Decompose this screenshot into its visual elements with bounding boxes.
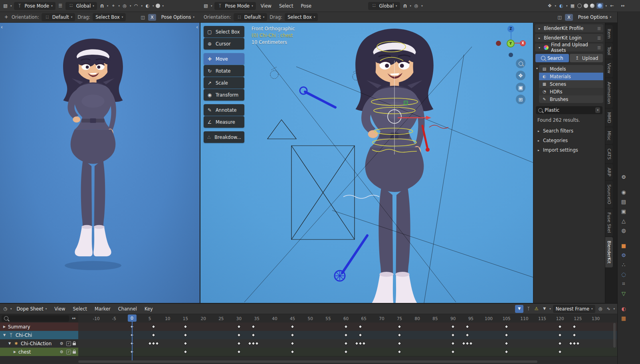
modifier-wrench-icon[interactable]: ⚙ bbox=[59, 349, 65, 355]
viewport-left[interactable]: ‹ ‹ bbox=[0, 23, 200, 303]
sidebar-tab-blenderkit[interactable]: BlenderKit bbox=[605, 237, 613, 267]
sidebar-tab-cats[interactable]: CATS bbox=[605, 145, 613, 163]
upload-tab-button[interactable]: ↥ Upload bbox=[570, 54, 603, 62]
tool-cursor[interactable]: ⊕Cursor bbox=[204, 38, 244, 49]
blenderkit-profile-panel[interactable]: ▸ BlenderKit Profile ☰ bbox=[535, 24, 603, 32]
expand-arrow-icon[interactable]: ▶ bbox=[13, 350, 17, 354]
sidebar-tab-misc[interactable]: Misc bbox=[605, 127, 613, 144]
sidebar-tab-animation[interactable]: Animation bbox=[605, 78, 613, 108]
xray-icon[interactable]: ▦ bbox=[569, 3, 575, 9]
chevron-down-icon[interactable]: ▾ bbox=[107, 4, 109, 8]
shading-solid-icon[interactable] bbox=[584, 4, 588, 8]
tool-measure[interactable]: ∠Measure bbox=[204, 116, 244, 128]
collapse-header-arrow-icon[interactable]: ← bbox=[609, 3, 615, 9]
properties-tab-physics[interactable]: ◌ bbox=[619, 270, 628, 279]
modifier-wrench-icon[interactable]: ⚙ bbox=[59, 340, 65, 347]
properties-tab-world[interactable]: ◍ bbox=[619, 226, 628, 235]
shading-rendered-active[interactable] bbox=[596, 3, 603, 9]
overlays-icon[interactable]: ◐ bbox=[145, 3, 151, 9]
properties-tab-constraints[interactable]: ⌗ bbox=[619, 279, 628, 288]
editor-type-icon[interactable]: ▧ bbox=[2, 3, 8, 9]
shading-material-icon[interactable] bbox=[590, 4, 594, 8]
channel-row-chi-chiaction[interactable]: ▼✱Chi-ChiAction⚙✓ bbox=[0, 339, 78, 348]
editor-type-icon[interactable]: ▧ bbox=[203, 3, 209, 9]
mode-dropdown[interactable]: ᛉ Pose Mode ▾ bbox=[214, 2, 256, 10]
chevron-down-icon[interactable]: ▾ bbox=[153, 4, 154, 8]
show-gizmo-icon[interactable]: ✥ bbox=[547, 3, 553, 9]
channel-lock-icon[interactable] bbox=[73, 343, 76, 345]
tool-select-box[interactable]: ▢Select Box bbox=[204, 26, 244, 38]
drag-dropdown[interactable]: Select Box ▾ bbox=[93, 13, 126, 21]
transform-pivot-icon[interactable]: ✛ bbox=[3, 14, 9, 20]
gizmo-neg-x-axis[interactable] bbox=[496, 41, 501, 46]
asset-type-brushes[interactable]: ✎Brushes bbox=[539, 95, 603, 103]
shading-wireframe-icon[interactable] bbox=[577, 4, 582, 8]
chevron-down-icon[interactable]: ▾ bbox=[566, 4, 568, 8]
camera-view-button[interactable]: ▣ bbox=[516, 83, 525, 92]
properties-tab-material[interactable]: ◐ bbox=[619, 304, 628, 313]
chevron-down-icon[interactable]: ▾ bbox=[162, 4, 164, 8]
pose-options-dropdown[interactable]: Pose Options ▾ bbox=[575, 13, 614, 21]
pan-hand-button[interactable]: ✥ bbox=[516, 71, 525, 80]
tool-breakdow-[interactable]: ∴Breakdow... bbox=[204, 131, 244, 143]
properties-tab-texture[interactable]: ▦ bbox=[619, 314, 628, 322]
sidebar-tab-arp[interactable]: ARP bbox=[605, 164, 613, 180]
chevron-down-icon[interactable]: ▾ bbox=[118, 4, 120, 8]
properties-tab-object[interactable]: ■ bbox=[619, 241, 628, 250]
drag-dropdown[interactable]: Select Box ▾ bbox=[285, 13, 318, 21]
gizmo-y-axis[interactable]: Y bbox=[507, 40, 515, 47]
mirror-icon[interactable]: ◫ bbox=[557, 14, 563, 20]
collapse-arrow-icon[interactable]: ▼ bbox=[2, 333, 6, 337]
horizontal-scrollbar[interactable] bbox=[78, 360, 537, 363]
sidebar-tab-view[interactable]: View bbox=[605, 59, 613, 77]
resize-editor-icon[interactable]: ↔ bbox=[620, 3, 626, 9]
mirror-x-toggle[interactable]: X bbox=[148, 14, 156, 21]
tool-transform[interactable]: ◉Transform bbox=[204, 89, 244, 101]
panel-grip-icon[interactable]: ☰ bbox=[597, 36, 601, 40]
properties-tab-data[interactable]: ▽ bbox=[619, 289, 628, 298]
tool-annotate[interactable]: ✎Annotate bbox=[204, 104, 244, 116]
asset-type-models[interactable]: ▤Models bbox=[539, 65, 603, 73]
chevron-down-icon[interactable]: ▾ bbox=[555, 4, 556, 8]
orientation-dropdown[interactable]: ⛶ Global ▾ bbox=[65, 2, 97, 10]
current-frame-badge[interactable]: 0 bbox=[128, 315, 137, 322]
sidebar-tab-sourceio[interactable]: SourceIO bbox=[605, 181, 613, 208]
find-upload-assets-panel[interactable]: ▾ Find and Upload Assets ☰ bbox=[535, 44, 603, 51]
snap-target-icon[interactable]: ⌖ bbox=[110, 3, 116, 9]
current-frame-line[interactable] bbox=[132, 322, 133, 360]
sidebar-tab-fuse-skel[interactable]: Fuse Skel bbox=[605, 209, 613, 236]
orientation-dropdown[interactable]: ⛶ Global ▾ bbox=[368, 2, 400, 10]
mirror-x-toggle[interactable]: X bbox=[565, 14, 573, 21]
asset-search-input[interactable] bbox=[545, 107, 593, 113]
zoom-button[interactable] bbox=[516, 59, 525, 68]
shading-solid-icon[interactable] bbox=[156, 4, 160, 8]
snap-magnet-icon[interactable]: U bbox=[99, 3, 105, 9]
search-tab-button[interactable]: Search bbox=[535, 54, 569, 62]
viewport-right[interactable]: Front Orthographic (0) Chi-Chi : chest 1… bbox=[200, 23, 605, 303]
pose-options-dropdown[interactable]: Pose Options ▾ bbox=[159, 13, 197, 21]
vertical-scrollbar[interactable] bbox=[613, 323, 616, 348]
channel-lock-icon[interactable] bbox=[73, 351, 76, 354]
expand-arrow-icon[interactable]: ▶ bbox=[2, 325, 6, 328]
properties-tab-output[interactable]: ▤ bbox=[619, 197, 628, 206]
properties-tab-scene[interactable]: △ bbox=[619, 216, 628, 225]
tool-scale[interactable]: ↗Scale bbox=[204, 77, 244, 89]
channel-row-summary[interactable]: ▶Summary bbox=[0, 322, 78, 331]
gizmo-z-axis[interactable]: Z bbox=[507, 26, 514, 32]
search-options-icon[interactable]: ▾ bbox=[595, 107, 600, 113]
chevron-down-icon[interactable]: ▾ bbox=[605, 4, 607, 8]
asset-type-scenes[interactable]: ▦Scenes bbox=[539, 80, 603, 88]
collapse-arrow-icon[interactable]: ▼ bbox=[8, 342, 12, 345]
sidebar-tab-mmd[interactable]: MMD bbox=[605, 109, 613, 127]
asset-type-expand-icon[interactable]: ▾ bbox=[535, 67, 539, 70]
proportional-editing-icon[interactable]: ◎ bbox=[413, 3, 419, 9]
tool-rotate[interactable]: ↻Rotate bbox=[204, 65, 244, 77]
orientation-default-dropdown[interactable]: ⛶ Default ▾ bbox=[42, 13, 75, 21]
channel-row-chi-chi[interactable]: ▼ᛉChi-Chi bbox=[0, 331, 78, 339]
chevron-down-icon[interactable]: ▾ bbox=[130, 4, 131, 8]
menu-view[interactable]: View bbox=[258, 2, 274, 10]
section-import-settings[interactable]: ▸ Import settings bbox=[533, 146, 605, 154]
collapsed-menus-icon[interactable]: ☰ bbox=[57, 3, 63, 9]
toolbar-collapsed-arrow-icon[interactable]: ‹ bbox=[1, 24, 3, 30]
blenderkit-login-panel[interactable]: ▸ BlenderKit Login ☰ bbox=[535, 34, 603, 42]
